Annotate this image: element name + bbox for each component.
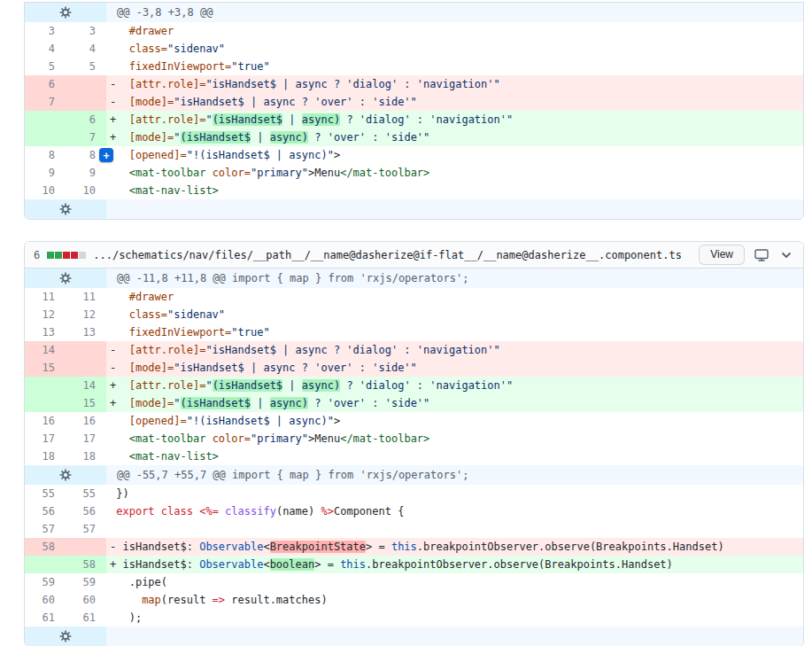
- old-line-number[interactable]: 60: [25, 591, 66, 609]
- new-line-number[interactable]: [66, 359, 106, 377]
- new-line-number[interactable]: 60: [66, 591, 106, 609]
- new-line-number[interactable]: 14: [66, 377, 106, 394]
- old-line-number[interactable]: 57: [25, 520, 66, 538]
- view-button[interactable]: View: [699, 245, 745, 266]
- old-line-number[interactable]: 16: [25, 412, 66, 430]
- expand-hunk-button[interactable]: [25, 269, 106, 288]
- add-comment-button[interactable]: +: [99, 148, 113, 162]
- code-segment: ? 'over' : 'side'": [308, 131, 429, 144]
- old-line-number[interactable]: 58: [25, 538, 66, 556]
- old-line-number[interactable]: 10: [25, 182, 66, 199]
- new-line-number[interactable]: 6: [66, 111, 106, 128]
- new-line-number[interactable]: 58: [66, 556, 106, 573]
- new-line-number[interactable]: 55: [66, 485, 106, 502]
- old-line-number[interactable]: [25, 556, 66, 573]
- diff-marker: [110, 184, 129, 197]
- monitor-icon[interactable]: [752, 246, 771, 264]
- diff-marker: -: [110, 362, 129, 374]
- old-line-number[interactable]: 6: [25, 75, 66, 93]
- diffstat-square-del: [63, 252, 70, 259]
- code-segment: class=: [129, 308, 167, 321]
- new-line-number[interactable]: 61: [66, 609, 106, 627]
- old-line-number[interactable]: 14: [25, 341, 66, 359]
- diff-row-add: 58+ isHandset$: Observable<boolean> = th…: [25, 556, 803, 573]
- code-segment: [attr.role]=: [129, 113, 206, 126]
- old-line-number[interactable]: 17: [25, 430, 66, 448]
- new-line-number[interactable]: 7: [66, 128, 106, 146]
- expand-hunk-button[interactable]: [25, 3, 106, 22]
- new-line-number[interactable]: 13: [66, 323, 106, 341]
- code-segment: "isHandset$ | async ? 'over' : 'side'": [174, 362, 417, 374]
- new-line-number[interactable]: 57: [66, 520, 106, 538]
- old-line-number[interactable]: [25, 377, 66, 394]
- code-segment: Component {: [334, 505, 404, 518]
- old-line-number[interactable]: 59: [25, 573, 66, 591]
- old-line-number[interactable]: 7: [25, 93, 66, 111]
- diff-row-del: 6- [attr.role]="isHandset$ | async ? 'di…: [25, 75, 803, 93]
- code-segment: boolean: [270, 558, 315, 571]
- expand-hunk-button[interactable]: [25, 465, 106, 485]
- old-line-number[interactable]: 9: [25, 164, 66, 182]
- code-segment: [mode]=: [129, 362, 174, 374]
- old-line-number[interactable]: [25, 128, 66, 146]
- old-line-number[interactable]: 13: [25, 323, 66, 341]
- diffstat-square-add: [55, 252, 62, 259]
- expand-hunk-button[interactable]: [25, 627, 106, 646]
- old-line-number[interactable]: 11: [25, 288, 66, 306]
- old-line-number[interactable]: 4: [25, 40, 66, 58]
- code-line: <mat-toolbar color="primary">Menu</mat-t…: [106, 164, 803, 182]
- old-line-number[interactable]: 18: [25, 448, 66, 465]
- old-line-number[interactable]: 61: [25, 609, 66, 627]
- chevron-down-icon[interactable]: [778, 249, 794, 261]
- new-line-number[interactable]: [66, 93, 106, 111]
- code-segment: ? 'dialog' : 'navigation'": [340, 379, 513, 392]
- code-segment: "primary": [251, 432, 308, 445]
- old-line-number[interactable]: [25, 394, 66, 412]
- code-segment: [155, 505, 161, 518]
- diff-row-ctx: 88 [opened]="!(isHandset$ | async)">+: [25, 146, 803, 164]
- new-line-number[interactable]: [66, 341, 106, 359]
- diff-marker: [110, 167, 129, 179]
- new-line-number[interactable]: [66, 75, 106, 93]
- old-line-number[interactable]: [25, 111, 66, 128]
- diff-row-ctx: 99 <mat-toolbar color="primary">Menu</ma…: [25, 164, 803, 182]
- new-line-number[interactable]: 10: [66, 182, 106, 199]
- diff-table-2: @@ -11,8 +11,8 @@ import { map } from 'r…: [25, 269, 803, 646]
- old-line-number[interactable]: 3: [25, 22, 66, 40]
- diff-row-add: 7+ [mode]="(isHandset$ | async) ? 'over'…: [25, 128, 803, 146]
- new-line-number[interactable]: 18: [66, 448, 106, 465]
- new-line-number[interactable]: 12: [66, 306, 106, 323]
- file-header: 6 .../schematics/nav/files/__path__/__na…: [25, 242, 803, 269]
- old-line-number[interactable]: 15: [25, 359, 66, 377]
- diff-row-ctx: 1616 [opened]="!(isHandset$ | async)">: [25, 412, 803, 430]
- code-line: .pipe(: [106, 573, 803, 591]
- expand-hunk-button[interactable]: [25, 199, 106, 219]
- new-line-number[interactable]: 5: [66, 58, 106, 75]
- hunk-header-text: @@ -3,8 +3,8 @@: [117, 6, 213, 19]
- old-line-number[interactable]: 56: [25, 502, 66, 520]
- diff-row-ctx: 1212 class="sidenav": [25, 306, 803, 323]
- new-line-number[interactable]: 59: [66, 573, 106, 591]
- new-line-number[interactable]: 9: [66, 164, 106, 182]
- code-line: #drawer: [106, 288, 803, 306]
- new-line-number[interactable]: 17: [66, 430, 106, 448]
- hunk-header: @@ -3,8 +3,8 @@: [106, 3, 803, 22]
- new-line-number[interactable]: 3: [66, 22, 106, 40]
- new-line-number[interactable]: 56: [66, 502, 106, 520]
- old-line-number[interactable]: 12: [25, 306, 66, 323]
- new-line-number[interactable]: 16: [66, 412, 106, 430]
- diff-row-ctx: 5656 export class <%= classify(name) %>C…: [25, 502, 803, 520]
- new-line-number[interactable]: 11: [66, 288, 106, 306]
- diff-table-1: @@ -3,8 +3,8 @@33 #drawer44 class="siden…: [24, 2, 804, 220]
- old-line-number[interactable]: 5: [25, 58, 66, 75]
- diff-marker: +: [110, 113, 129, 126]
- new-line-number[interactable]: 4: [66, 40, 106, 58]
- file-path[interactable]: .../schematics/nav/files/__path__/__name…: [93, 249, 682, 261]
- old-line-number[interactable]: 55: [25, 485, 66, 502]
- new-line-number[interactable]: [66, 538, 106, 556]
- code-segment: async): [270, 131, 308, 144]
- file-diff-container: 6 .../schematics/nav/files/__path__/__na…: [24, 241, 804, 646]
- old-line-number[interactable]: 8: [25, 146, 66, 164]
- new-line-number[interactable]: 15: [66, 394, 106, 412]
- code-segment: classify: [225, 505, 276, 518]
